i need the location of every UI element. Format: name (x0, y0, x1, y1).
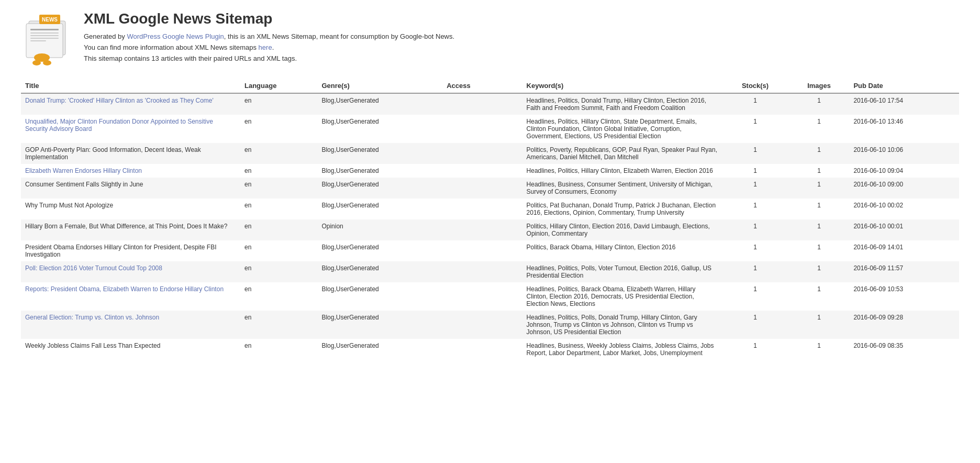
cell-access (442, 261, 522, 282)
cell-genre: Blog,UserGenerated (317, 93, 442, 115)
cell-access (442, 311, 522, 339)
cell-access (442, 143, 522, 164)
cell-keywords: Politics, Barack Obama, Hillary Clinton,… (522, 240, 722, 261)
cell-keywords: Headlines, Politics, Donald Trump, Hilla… (522, 93, 722, 115)
title-link[interactable]: Unqualified, Major Clinton Foundation Do… (25, 118, 213, 133)
cell-title: GOP Anti-Poverty Plan: Good Information,… (21, 143, 240, 164)
col-header-title: Title (21, 79, 240, 93)
cell-title: Hillary Born a Female, But What Differen… (21, 219, 240, 240)
cell-language: en (240, 219, 317, 240)
cell-access (442, 164, 522, 178)
table-row: Reports: President Obama, Elizabeth Warr… (21, 282, 959, 311)
title-link[interactable]: General Election: Trump vs. Clinton vs. … (25, 314, 159, 321)
page-header: NEWS XML Google News Sitemap Generated b… (21, 10, 959, 68)
col-header-access: Access (442, 79, 522, 93)
header-row: Title Language Genre(s) Access Keyword(s… (21, 79, 959, 93)
title-link[interactable]: Donald Trump: 'Crooked' Hillary Clinton … (25, 97, 214, 104)
cell-language: en (240, 115, 317, 143)
cell-images: 1 (789, 261, 850, 282)
cell-stock: 1 (721, 282, 788, 311)
cell-images: 1 (789, 143, 850, 164)
cell-title: Donald Trump: 'Crooked' Hillary Clinton … (21, 93, 240, 115)
cell-access (442, 240, 522, 261)
table-row: Unqualified, Major Clinton Foundation Do… (21, 115, 959, 143)
cell-pubdate: 2016-06-09 11:57 (849, 261, 959, 282)
col-header-pubdate: Pub Date (849, 79, 959, 93)
cell-images: 1 (789, 311, 850, 339)
col-header-images: Images (789, 79, 850, 93)
cell-genre: Blog,UserGenerated (317, 178, 442, 199)
cell-images: 1 (789, 240, 850, 261)
cell-keywords: Headlines, Politics, Hillary Clinton, El… (522, 164, 722, 178)
title-link[interactable]: Elizabeth Warren Endorses Hillary Clinto… (25, 167, 142, 174)
cell-pubdate: 2016-06-10 10:06 (849, 143, 959, 164)
table-row: Consumer Sentiment Falls Slightly in Jun… (21, 178, 959, 199)
cell-title: Elizabeth Warren Endorses Hillary Clinto… (21, 164, 240, 178)
svg-rect-6 (30, 40, 46, 41)
svg-rect-3 (30, 32, 59, 34)
title-link[interactable]: Reports: President Obama, Elizabeth Warr… (25, 285, 224, 293)
cell-access (442, 178, 522, 199)
table-header: Title Language Genre(s) Access Keyword(s… (21, 79, 959, 93)
cell-genre: Blog,UserGenerated (317, 261, 442, 282)
table-row: Donald Trump: 'Crooked' Hillary Clinton … (21, 93, 959, 115)
cell-images: 1 (789, 282, 850, 311)
title-text: Weekly Jobless Claims Fall Less Than Exp… (25, 342, 160, 349)
cell-stock: 1 (721, 199, 788, 219)
cell-pubdate: 2016-06-10 17:54 (849, 93, 959, 115)
plugin-link[interactable]: WordPress Google News Plugin (127, 32, 224, 40)
title-text: Hillary Born a Female, But What Differen… (25, 223, 227, 230)
cell-pubdate: 2016-06-10 09:04 (849, 164, 959, 178)
sitemap-table: Title Language Genre(s) Access Keyword(s… (21, 79, 959, 360)
cell-language: en (240, 143, 317, 164)
table-row: Weekly Jobless Claims Fall Less Than Exp… (21, 339, 959, 360)
cell-genre: Blog,UserGenerated (317, 199, 442, 219)
cell-images: 1 (789, 178, 850, 199)
svg-text:NEWS: NEWS (42, 17, 58, 23)
cell-keywords: Politics, Hillary Clinton, Election 2016… (522, 219, 722, 240)
cell-keywords: Politics, Pat Buchanan, Donald Trump, Pa… (522, 199, 722, 219)
cell-stock: 1 (721, 143, 788, 164)
table-row: Poll: Election 2016 Voter Turnout Could … (21, 261, 959, 282)
cell-language: en (240, 339, 317, 360)
cell-pubdate: 2016-06-10 00:01 (849, 219, 959, 240)
svg-rect-4 (30, 35, 59, 36)
table-row: President Obama Endorses Hillary Clinton… (21, 240, 959, 261)
cell-access (442, 219, 522, 240)
cell-genre: Blog,UserGenerated (317, 115, 442, 143)
cell-language: en (240, 93, 317, 115)
col-header-keywords: Keyword(s) (522, 79, 722, 93)
cell-images: 1 (789, 219, 850, 240)
header-text-block: XML Google News Sitemap Generated by Wor… (84, 10, 454, 65)
cell-language: en (240, 164, 317, 178)
svg-rect-2 (30, 29, 59, 30)
cell-pubdate: 2016-06-10 00:02 (849, 199, 959, 219)
col-header-stock: Stock(s) (721, 79, 788, 93)
cell-keywords: Headlines, Business, Weekly Jobless Clai… (522, 339, 722, 360)
cell-title: Reports: President Obama, Elizabeth Warr… (21, 282, 240, 311)
title-text: Why Trump Must Not Apologize (25, 202, 113, 209)
cell-language: en (240, 311, 317, 339)
cell-stock: 1 (721, 219, 788, 240)
cell-genre: Opinion (317, 219, 442, 240)
here-link[interactable]: here (259, 43, 272, 51)
description-1: Generated by WordPress Google News Plugi… (84, 32, 454, 40)
cell-stock: 1 (721, 115, 788, 143)
cell-keywords: Headlines, Business, Consumer Sentiment,… (522, 178, 722, 199)
table-body: Donald Trump: 'Crooked' Hillary Clinton … (21, 93, 959, 360)
cell-stock: 1 (721, 261, 788, 282)
title-link[interactable]: Poll: Election 2016 Voter Turnout Could … (25, 264, 162, 272)
svg-point-11 (34, 53, 50, 62)
cell-images: 1 (789, 93, 850, 115)
cell-pubdate: 2016-06-10 13:46 (849, 115, 959, 143)
table-row: Hillary Born a Female, But What Differen… (21, 219, 959, 240)
cell-stock: 1 (721, 311, 788, 339)
cell-keywords: Headlines, Politics, Polls, Voter Turnou… (522, 261, 722, 282)
cell-keywords: Headlines, Politics, Hillary Clinton, St… (522, 115, 722, 143)
cell-pubdate: 2016-06-09 08:35 (849, 339, 959, 360)
cell-stock: 1 (721, 164, 788, 178)
cell-genre: Blog,UserGenerated (317, 311, 442, 339)
title-text: Consumer Sentiment Falls Slightly in Jun… (25, 181, 143, 188)
col-header-language: Language (240, 79, 317, 93)
cell-access (442, 282, 522, 311)
